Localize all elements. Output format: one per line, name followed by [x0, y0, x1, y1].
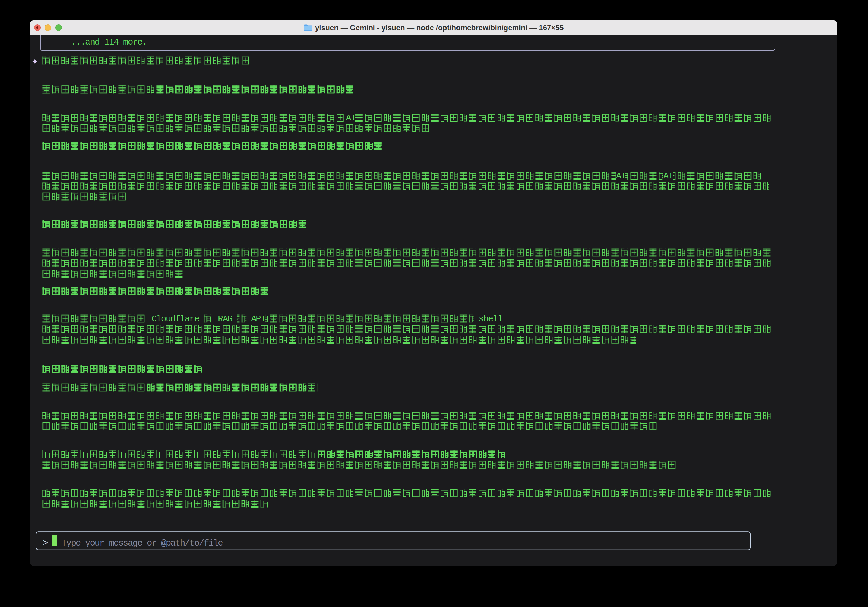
svg-text:Type your message or @path/to/: Type your message or @path/to/file	[61, 538, 223, 548]
svg-text:AI: AI	[616, 171, 626, 181]
svg-text:>: >	[43, 538, 48, 548]
svg-text:Cloudflare: Cloudflare	[152, 314, 199, 324]
svg-text:AI: AI	[663, 171, 673, 181]
svg-text:API: API	[251, 314, 265, 324]
svg-text:- ...and 114 more.: - ...and 114 more.	[61, 37, 147, 47]
svg-text:AI: AI	[346, 113, 355, 123]
svg-text:RAG: RAG	[218, 314, 232, 324]
svg-text:shell: shell	[479, 314, 503, 324]
